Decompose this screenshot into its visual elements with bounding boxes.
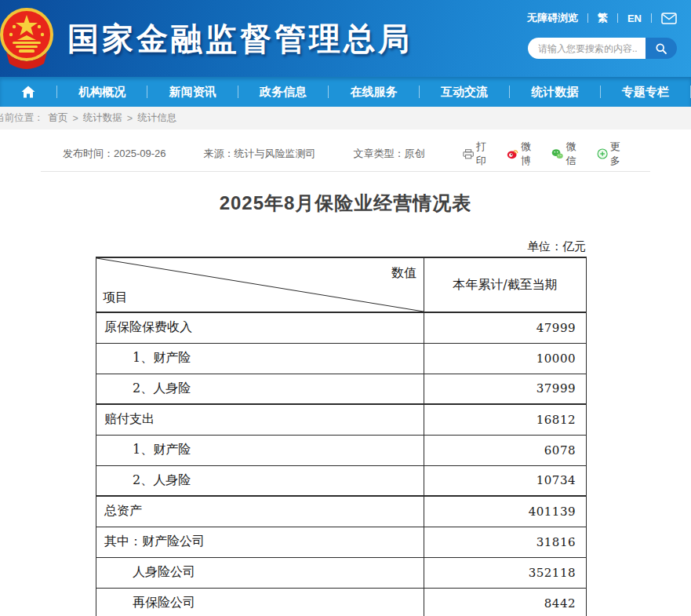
- main-nav: 机构概况 新闻资讯 政务信息 在线服务 互动交流 统计数据 专题专栏: [0, 77, 691, 107]
- breadcrumb-home[interactable]: 首页: [49, 111, 68, 125]
- row-value: 352118: [424, 557, 587, 588]
- nav-item-online-service[interactable]: 在线服务: [329, 77, 418, 107]
- row-label: 总资产: [96, 496, 424, 527]
- row-value: 16812: [424, 404, 587, 435]
- search-input[interactable]: [528, 38, 646, 59]
- corner-header-cell: 数值 项目: [96, 257, 424, 312]
- divider: [651, 13, 652, 23]
- row-value: 10000: [424, 343, 587, 374]
- nav-item-news[interactable]: 新闻资讯: [147, 77, 237, 107]
- nav-home[interactable]: [0, 77, 56, 107]
- row-label: 再保险公司: [96, 588, 424, 616]
- publish-date: 发布时间：2025-09-26: [63, 147, 166, 161]
- table-header-row: 数值 项目 本年累计/截至当期: [96, 257, 587, 312]
- value-column-header: 本年累计/截至当期: [424, 257, 587, 312]
- search-button[interactable]: [646, 38, 677, 59]
- row-value: 401139: [424, 496, 587, 527]
- divider: [617, 13, 618, 23]
- top-utility-links: 无障碍浏览 繁 EN: [527, 11, 677, 25]
- nav-item-special-topics[interactable]: 专题专栏: [601, 77, 690, 107]
- article-meta: 发布时间：2025-09-26 来源：统计与风险监测司 文章类型：原创 打印 微…: [63, 142, 628, 166]
- meta-divider: [41, 171, 650, 172]
- unit-note: 单位：亿元: [96, 239, 586, 254]
- breadcrumb-separator: >: [127, 113, 133, 124]
- row-value: 47999: [424, 312, 587, 343]
- breadcrumb-prefix: 当前位置：: [0, 111, 44, 125]
- site-title[interactable]: 国家金融监督管理总局: [67, 17, 413, 60]
- wechat-share-button[interactable]: 微信: [551, 140, 584, 168]
- table-row: 人身险公司 352118: [96, 557, 587, 588]
- row-value: 31816: [424, 527, 587, 557]
- table-row: 再保险公司 8442: [96, 588, 587, 616]
- row-label: 人身险公司: [96, 557, 424, 588]
- article-type: 文章类型：原创: [354, 147, 425, 161]
- table-row: 2、人身险 10734: [96, 465, 587, 496]
- statistics-table-wrap: 单位：亿元 数值 项目 本年累计/截至当期 原保险保费收入 47999 1、财产…: [96, 239, 586, 616]
- more-share-button[interactable]: 更多: [597, 140, 628, 168]
- statistics-table: 数值 项目 本年累计/截至当期 原保险保费收入 47999 1、财产险 1000…: [96, 257, 587, 616]
- divider: [587, 13, 588, 23]
- home-icon: [20, 85, 36, 99]
- breadcrumb-stat-info[interactable]: 统计信息: [137, 111, 176, 125]
- table-row: 1、财产险 10000: [96, 343, 587, 374]
- corner-label-value: 数值: [391, 265, 416, 282]
- magnifier-icon: [655, 42, 667, 55]
- mail-icon[interactable]: [661, 13, 677, 24]
- search-bar: [528, 38, 677, 59]
- row-label: 原保险保费收入: [96, 312, 424, 343]
- row-label: 1、财产险: [96, 343, 424, 374]
- article-source: 来源：统计与风险监测司: [204, 147, 316, 161]
- printer-icon: [463, 148, 474, 160]
- row-label: 其中：财产险公司: [96, 527, 424, 557]
- breadcrumb-statistics[interactable]: 统计数据: [83, 111, 122, 125]
- row-value: 10734: [424, 465, 587, 496]
- nav-item-about[interactable]: 机构概况: [57, 77, 147, 107]
- weibo-share-button[interactable]: 微博: [507, 140, 539, 168]
- weibo-icon: [507, 148, 518, 160]
- corner-label-item: 项目: [103, 290, 128, 306]
- table-row: 总资产 401139: [96, 496, 587, 527]
- breadcrumb: 当前位置： 首页 > 统计数据 > 统计信息: [0, 107, 691, 129]
- nav-item-gov-info[interactable]: 政务信息: [238, 77, 328, 107]
- row-value: 6078: [424, 435, 587, 465]
- nav-item-interaction[interactable]: 互动交流: [420, 77, 509, 107]
- row-label: 2、人身险: [96, 465, 424, 496]
- table-row: 原保险保费收入 47999: [96, 312, 587, 343]
- table-row: 其中：财产险公司 31816: [96, 527, 587, 557]
- row-value: 37999: [424, 374, 587, 404]
- share-toolbar: 打印 微博 微信: [463, 140, 629, 168]
- national-emblem-logo: [0, 5, 56, 73]
- traditional-chinese-link[interactable]: 繁: [598, 11, 608, 25]
- row-label: 赔付支出: [96, 404, 424, 435]
- row-value: 8442: [424, 588, 587, 616]
- table-row: 2、人身险 37999: [96, 374, 587, 404]
- breadcrumb-separator: >: [73, 113, 78, 124]
- table-row: 1、财产险 6078: [96, 435, 587, 465]
- accessibility-link[interactable]: 无障碍浏览: [527, 11, 578, 25]
- row-label: 2、人身险: [96, 374, 424, 404]
- table-row: 赔付支出 16812: [96, 404, 587, 435]
- english-link[interactable]: EN: [627, 13, 642, 24]
- site-banner: 国家金融监督管理总局 无障碍浏览 繁 EN: [0, 0, 691, 77]
- print-button[interactable]: 打印: [463, 140, 494, 168]
- diagonal-line: [96, 258, 424, 312]
- row-label: 1、财产险: [96, 435, 424, 465]
- page-title: 2025年8月保险业经营情况表: [0, 191, 691, 216]
- wechat-icon: [551, 148, 563, 160]
- plus-circle-icon: [597, 148, 608, 160]
- nav-item-statistics[interactable]: 统计数据: [510, 77, 599, 107]
